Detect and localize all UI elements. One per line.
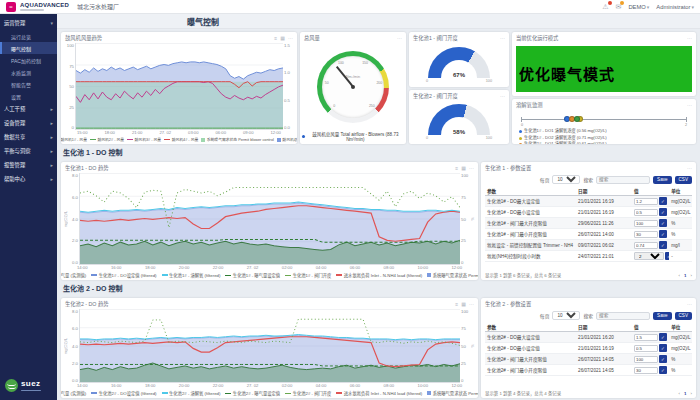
apply-button[interactable]: ✓ bbox=[659, 333, 667, 341]
apply-button[interactable]: ✓ bbox=[659, 197, 667, 205]
page-size-select[interactable]: 10 bbox=[552, 175, 580, 184]
sidebar-group[interactable]: 平衡与洞察▸ bbox=[0, 144, 57, 158]
more-icon[interactable]: ⋯ bbox=[288, 35, 293, 41]
apply-button[interactable]: ✓ bbox=[659, 208, 667, 216]
more-icon[interactable]: ⋯ bbox=[687, 35, 692, 41]
csv-button[interactable]: CSV bbox=[675, 176, 692, 184]
value-input[interactable] bbox=[634, 220, 658, 227]
column-header[interactable]: 单位 bbox=[669, 186, 692, 196]
apply-button[interactable]: ✓ bbox=[659, 344, 667, 352]
legend-line-icon bbox=[91, 274, 97, 276]
env-menu[interactable]: DEMO▾ bbox=[628, 4, 649, 10]
scale-min: 0 bbox=[426, 136, 428, 140]
alert-icon[interactable]: ⚠ bbox=[602, 3, 608, 10]
date-cell: 21/01/2021 16:19 bbox=[576, 196, 632, 207]
apply-button[interactable]: ✓ bbox=[659, 366, 667, 374]
user-menu[interactable]: Administrator▾ bbox=[656, 4, 694, 10]
chart-plot[interactable] bbox=[79, 309, 460, 383]
y-axis-unit: mg(O2)/L bbox=[64, 338, 68, 354]
unit-cell: mg(O2)/L bbox=[669, 332, 692, 343]
gauge-tick-label: 150 bbox=[362, 61, 368, 65]
chart-plot[interactable] bbox=[79, 173, 460, 265]
gauge-value: 58% bbox=[428, 129, 490, 135]
search-input[interactable] bbox=[596, 176, 650, 184]
sidebar-group[interactable]: 报警管理▸ bbox=[0, 158, 57, 172]
page-number[interactable]: 1 bbox=[682, 273, 688, 278]
table-row: 生化池1# - DO最小设定值21/01/2021 16:19✓mg(O2)/L bbox=[485, 207, 692, 218]
more-icon[interactable]: ⋯ bbox=[397, 35, 402, 41]
value-select[interactable]: 2 bbox=[634, 252, 664, 260]
date-cell: 21/01/2021 16:19 bbox=[576, 343, 632, 354]
bio1-chart-panel: 生化池1 - DO 趋势 ≡ ▦ ⋯ mg(O2)/L 8.06.04.02.0… bbox=[61, 162, 478, 280]
column-header[interactable]: 参数 bbox=[485, 322, 576, 332]
sidebar-group[interactable]: 数据共享▸ bbox=[0, 130, 57, 144]
column-header[interactable]: 单位 bbox=[669, 322, 692, 332]
sidebar-item[interactable]: 设置 bbox=[0, 90, 57, 102]
value-input[interactable] bbox=[634, 209, 658, 216]
more-icon[interactable]: ⋯ bbox=[687, 301, 692, 307]
menu-icon[interactable]: ≡ bbox=[274, 35, 277, 41]
param-cell: 氨氮(NH4)控制时段小时数 bbox=[485, 251, 576, 262]
prev-page-button[interactable]: ‹ bbox=[679, 273, 680, 278]
apply-button[interactable]: ✓ bbox=[665, 252, 669, 260]
column-header[interactable]: 参数 bbox=[485, 186, 576, 196]
grid-icon[interactable]: ▦ bbox=[280, 35, 285, 41]
grid-icon[interactable]: ▦ bbox=[461, 301, 466, 307]
column-header[interactable]: 日期 bbox=[576, 322, 632, 332]
save-button[interactable]: Save bbox=[653, 312, 671, 320]
more-icon[interactable]: ⋯ bbox=[469, 165, 474, 171]
column-header[interactable]: 值 bbox=[632, 322, 669, 332]
value-input[interactable] bbox=[634, 198, 658, 205]
message-icon[interactable]: ✉ bbox=[616, 3, 622, 10]
blower-chart-panel: 鼓风机风量趋势 ≡ ▦ ⋯ 1007550250 1.51.00.50.0 15… bbox=[61, 32, 297, 144]
column-header[interactable]: 值 bbox=[632, 186, 669, 196]
sidebar-item[interactable]: 运行总览 bbox=[0, 30, 57, 42]
sidebar-group[interactable]: 运营管理▾ bbox=[0, 16, 57, 30]
sidebar-group[interactable]: 设备管理▸ bbox=[0, 116, 57, 130]
more-icon[interactable]: ⋯ bbox=[500, 35, 505, 41]
value-input[interactable] bbox=[634, 334, 658, 341]
prev-page-button[interactable]: ‹ bbox=[679, 391, 680, 396]
menu-icon[interactable]: ≡ bbox=[455, 165, 458, 171]
suez-logo-tagline bbox=[21, 390, 41, 392]
y-tick-label: 8.0 bbox=[69, 173, 78, 178]
page-size-select[interactable]: 10 bbox=[552, 311, 580, 320]
csv-button[interactable]: CSV bbox=[675, 312, 692, 320]
column-header[interactable]: 日期 bbox=[576, 186, 632, 196]
y-axis-left: 8.06.04.02.00.0 bbox=[68, 309, 79, 383]
next-page-button[interactable]: › bbox=[691, 391, 692, 396]
apply-button[interactable]: ✓ bbox=[659, 355, 667, 363]
scale-max: 100 bbox=[486, 136, 492, 140]
search-input[interactable] bbox=[596, 312, 650, 320]
sidebar-item[interactable]: PAC加药控制 bbox=[0, 54, 57, 66]
value-input[interactable] bbox=[634, 231, 658, 238]
value-input[interactable] bbox=[634, 242, 658, 249]
parameters-table: 参数日期值单位 生化池1# - DO最大设定值21/01/2021 16:19✓… bbox=[485, 186, 692, 262]
more-icon[interactable]: ⋯ bbox=[469, 301, 474, 307]
menu-icon[interactable]: ≡ bbox=[455, 301, 458, 307]
sidebar-item[interactable]: 水质监测 bbox=[0, 66, 57, 78]
alert-badge bbox=[608, 1, 612, 5]
sidebar-item[interactable]: 智能告警 bbox=[0, 78, 57, 90]
sidebar-group[interactable]: 人工干预▸ bbox=[0, 102, 57, 116]
sidebar-item[interactable]: 曝气控制 bbox=[0, 42, 57, 54]
more-icon[interactable]: ⋯ bbox=[687, 165, 692, 171]
table-row: 氨氮(NH4)控制时段小时数24/07/2021 21:012✓- bbox=[485, 251, 692, 262]
apply-button[interactable]: ✓ bbox=[659, 219, 667, 227]
more-icon[interactable]: ⋯ bbox=[687, 102, 692, 108]
chart-plot[interactable] bbox=[75, 43, 283, 130]
next-page-button[interactable]: › bbox=[691, 273, 692, 278]
apply-button[interactable]: ✓ bbox=[659, 241, 667, 249]
do-slider-track[interactable] bbox=[521, 113, 687, 123]
legend-label: 生化池2# - 溶解氧 (filtered) bbox=[169, 390, 220, 396]
save-button[interactable]: Save bbox=[653, 176, 671, 184]
value-input[interactable] bbox=[634, 345, 658, 352]
page-number[interactable]: 1 bbox=[682, 391, 688, 396]
apply-button[interactable]: ✓ bbox=[659, 230, 667, 238]
sidebar-group[interactable]: 帮助中心▸ bbox=[0, 172, 57, 186]
do-value-dot[interactable] bbox=[574, 116, 580, 122]
value-input[interactable] bbox=[634, 367, 658, 374]
more-icon[interactable]: ⋯ bbox=[500, 93, 505, 99]
grid-icon[interactable]: ▦ bbox=[461, 165, 466, 171]
value-input[interactable] bbox=[634, 356, 658, 363]
